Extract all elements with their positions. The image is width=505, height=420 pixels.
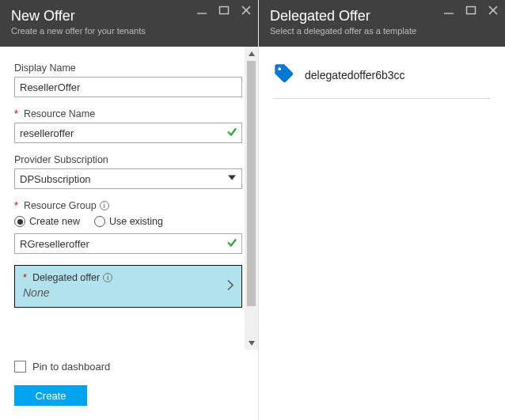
window-controls [443, 5, 499, 16]
delegated-offer-label: Delegated offer [32, 272, 100, 283]
new-offer-subtitle: Create a new offer for your tenants [11, 26, 247, 36]
minimize-button[interactable] [443, 5, 454, 16]
required-asterisk: * [23, 272, 27, 283]
form-area: Display Name * Resource Name [0, 47, 258, 350]
maximize-button[interactable] [465, 5, 477, 16]
valid-check-icon [226, 127, 237, 140]
valid-check-icon [226, 237, 237, 251]
radio-use-existing-label: Use existing [109, 216, 163, 227]
pin-checkbox[interactable] [14, 361, 26, 373]
scroll-thumb[interactable] [247, 61, 256, 306]
maximize-button[interactable] [218, 5, 230, 16]
required-asterisk: * [14, 108, 18, 119]
radio-icon [14, 216, 25, 227]
radio-create-new[interactable]: Create new [14, 216, 80, 227]
svg-marker-6 [249, 341, 255, 346]
close-button[interactable] [488, 5, 499, 16]
window-controls [196, 5, 252, 16]
svg-marker-5 [249, 51, 255, 56]
radio-use-existing[interactable]: Use existing [94, 216, 163, 227]
radio-create-new-label: Create new [29, 216, 80, 227]
scroll-up-button[interactable] [245, 47, 258, 60]
form-footer: Pin to dashboard Create [0, 350, 258, 420]
minimize-button[interactable] [196, 5, 207, 16]
delegated-offer-list: delegatedoffer6b3cc [259, 47, 505, 115]
pin-label: Pin to dashboard [32, 361, 110, 373]
display-name-label: Display Name [14, 62, 242, 74]
close-button[interactable] [241, 5, 252, 16]
resource-group-input[interactable] [14, 233, 242, 254]
provider-subscription-label: Provider Subscription [14, 154, 242, 165]
delegated-offer-value: None [23, 286, 234, 299]
resource-group-label: Resource Group [24, 200, 97, 211]
resource-name-label: Resource Name [24, 108, 95, 119]
provider-subscription-field: Provider Subscription [14, 154, 242, 189]
display-name-input[interactable] [14, 77, 242, 97]
delegated-offer-subtitle: Select a delegated offer as a template [270, 26, 494, 36]
display-name-field: Display Name [14, 62, 242, 97]
svg-rect-1 [220, 7, 229, 14]
delegated-offer-panel: Delegated Offer Select a delegated offer… [259, 0, 505, 420]
radio-icon [94, 216, 105, 227]
new-offer-panel: New Offer Create a new offer for your te… [0, 0, 259, 420]
chevron-right-icon [226, 278, 235, 295]
tag-icon [273, 62, 295, 87]
resource-name-field: * Resource Name [14, 108, 242, 143]
provider-subscription-select[interactable] [14, 168, 242, 189]
delegated-offer-item[interactable]: delegatedoffer6b3cc [273, 62, 491, 99]
resource-group-field: * Resource Group i Create new Use e [14, 200, 242, 254]
required-asterisk: * [14, 200, 18, 211]
new-offer-header: New Offer Create a new offer for your te… [0, 0, 258, 47]
svg-rect-8 [467, 7, 476, 14]
delegated-offer-selector[interactable]: * Delegated offer i None [14, 265, 242, 308]
info-icon[interactable]: i [100, 201, 109, 210]
delegated-offer-item-name: delegatedoffer6b3cc [305, 69, 405, 81]
scrollbar[interactable] [245, 47, 258, 350]
svg-point-11 [278, 67, 281, 70]
info-icon[interactable]: i [103, 273, 112, 282]
resource-name-input[interactable] [14, 123, 242, 143]
create-button[interactable]: Create [14, 385, 87, 406]
scroll-down-button[interactable] [245, 336, 258, 350]
delegated-offer-header: Delegated Offer Select a delegated offer… [259, 0, 505, 47]
